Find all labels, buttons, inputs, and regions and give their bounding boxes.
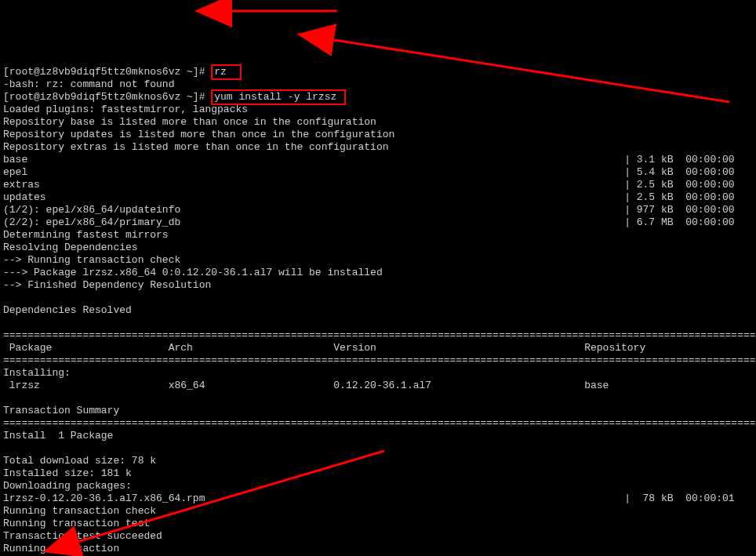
total-dl: Total download size: 78 k <box>3 455 156 467</box>
repo-row: updates| 2.5 kB 00:00:00 <box>3 191 753 204</box>
err-rz: -bash: rz: command not found <box>3 78 174 90</box>
repo-row: extras| 2.5 kB 00:00:00 <box>3 179 753 191</box>
trans-summary: Transaction Summary <box>3 405 119 416</box>
dbl-rule: ========================================… <box>3 354 756 366</box>
pkg-repo: base <box>584 380 609 391</box>
deps-resolved: Dependencies Resolved <box>3 304 132 316</box>
running-check: --> Running transaction check <box>3 254 180 266</box>
prompt-1: [root@iz8vb9diqf5ttz0mknos6vz ~]# rz <box>3 66 242 78</box>
pkg-arch: x86_64 <box>169 380 205 391</box>
cmd-rz-highlight: rz <box>211 64 242 80</box>
rpm-row: lrzsz-0.12.20-36.1.al7.x86_64.rpm| 78 kB… <box>3 492 753 505</box>
yum-loaded: Loaded plugins: fastestmirror, langpacks <box>3 104 248 115</box>
hdr-version: Version <box>333 342 376 354</box>
pkg-name: lrzsz <box>9 380 40 391</box>
prompt-2: [root@iz8vb9diqf5ttz0mknos6vz ~]# yum in… <box>3 91 346 103</box>
run-check: Running transaction check <box>3 505 156 517</box>
pkg-version: 0.12.20-36.1.al7 <box>333 380 431 391</box>
terminal-output: [root@iz8vb9diqf5ttz0mknos6vz ~]# rz -ba… <box>0 50 756 556</box>
dbl-rule: ========================================… <box>3 329 756 341</box>
resolving: Resolving Dependencies <box>3 242 138 253</box>
cmd-yum-highlight: yum install -y lrzsz <box>211 89 346 105</box>
run-trans: Running transaction <box>3 543 119 554</box>
pkg-will-install: ---> Package lrzsz.x86_64 0:0.12.20-36.1… <box>3 267 383 278</box>
repo-warn-extras: Repository extras is listed more than on… <box>3 141 388 153</box>
hdr-repo: Repository <box>584 342 645 354</box>
test-ok: Transaction test succeeded <box>3 530 162 542</box>
downloading: Downloading packages: <box>3 480 132 492</box>
dl-row: (2/2): epel/x86_64/primary_db| 6.7 MB 00… <box>3 216 753 229</box>
hdr-package: Package <box>9 342 53 354</box>
finished-dep: --> Finished Dependency Resolution <box>3 279 211 291</box>
repo-warn-base: Repository base is listed more than once… <box>3 116 376 128</box>
repo-warn-updates: Repository updates is listed more than o… <box>3 129 394 140</box>
dbl-rule: ========================================… <box>3 417 756 429</box>
mirrors: Determining fastest mirrors <box>3 229 169 241</box>
hdr-arch: Arch <box>169 342 193 354</box>
install-count: Install 1 Package <box>3 430 113 442</box>
installed-size: Installed size: 181 k <box>3 467 132 479</box>
repo-row: epel| 5.4 kB 00:00:00 <box>3 166 753 179</box>
dl-row: (1/2): epel/x86_64/updateinfo| 977 kB 00… <box>3 204 753 216</box>
installing-label: Installing: <box>3 367 71 379</box>
repo-row: base| 3.1 kB 00:00:00 <box>3 154 753 166</box>
run-test: Running transaction test <box>3 518 150 529</box>
